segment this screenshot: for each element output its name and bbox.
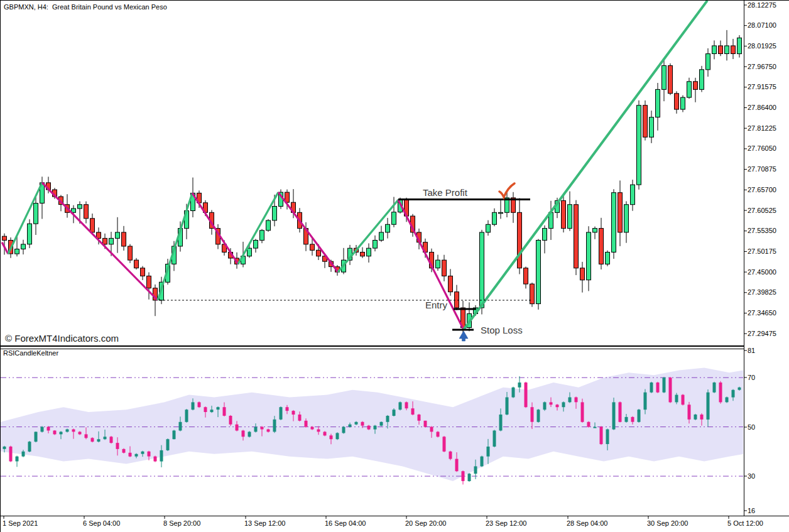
watermark: © ForexMT4Indicators.com (5, 333, 119, 344)
price-axis-label: 27.45000 (748, 268, 776, 276)
price-axis-label: 27.96750 (748, 63, 776, 71)
rsi-axis-label: 30 (748, 472, 755, 480)
price-axis-label: 27.39825 (748, 288, 776, 296)
price-axis-label: 27.91575 (748, 83, 776, 91)
time-axis-label: 1 Sep 2021 (3, 519, 38, 528)
take-profit-label: Take Profit (423, 187, 467, 198)
time-axis-label: 6 Sep 04:00 (83, 519, 120, 528)
price-axis-label: 27.29475 (748, 330, 776, 338)
price-axis-label: 27.86400 (748, 104, 776, 112)
time-axis-label: 20 Sep 20:00 (405, 519, 446, 528)
price-axis-label: 27.50175 (748, 247, 776, 256)
time-axis-label: 5 Oct 12:00 (727, 519, 763, 528)
time-axis-label: 28 Sep 04:00 (567, 519, 607, 528)
time-axis-label: 23 Sep 12:00 (486, 519, 526, 528)
chart-title: GBPMXN, H4: Great Britain Pound vs Mexic… (4, 3, 167, 11)
price-axis-label: 27.81225 (748, 124, 776, 133)
stop-loss-label: Stop Loss (481, 325, 523, 335)
rsi-axis-label: 16 (748, 507, 755, 515)
buy-arrow-icon (459, 331, 468, 341)
rsi-axis-label: 81 (748, 347, 755, 355)
zigzag-indicator (2, 1, 707, 330)
time-axis-label: 8 Sep 20:00 (163, 519, 200, 528)
time-axis-label: 13 Sep 12:00 (244, 519, 285, 528)
rsi-axis-label: 70 (748, 374, 755, 382)
rsi-indicator-label: RSICandleKeltner (3, 349, 58, 357)
price-candles (3, 30, 742, 333)
chart-plot-area[interactable] (1, 1, 789, 532)
rsi-axis-label: 50 (748, 423, 755, 432)
time-axis-label: 16 Sep 04:00 (325, 519, 366, 528)
entry-label: Entry (425, 300, 447, 310)
price-axis-label: 27.76050 (748, 144, 776, 153)
price-axis-label: 28.12275 (748, 1, 776, 9)
price-axis-label: 27.60525 (748, 207, 776, 215)
trading-chart-window: GBPMXN, H4: Great Britain Pound vs Mexic… (0, 0, 789, 532)
price-axis-label: 27.55350 (748, 227, 776, 235)
price-axis-label: 28.07100 (748, 21, 776, 30)
price-axis-label: 28.01925 (748, 42, 776, 50)
price-axis-label: 27.65700 (748, 186, 776, 194)
time-axis-label: 30 Sep 20:00 (647, 519, 688, 528)
price-axis-label: 27.70875 (748, 165, 776, 173)
trend-line (464, 1, 707, 330)
price-axis-label: 27.34650 (748, 309, 776, 317)
